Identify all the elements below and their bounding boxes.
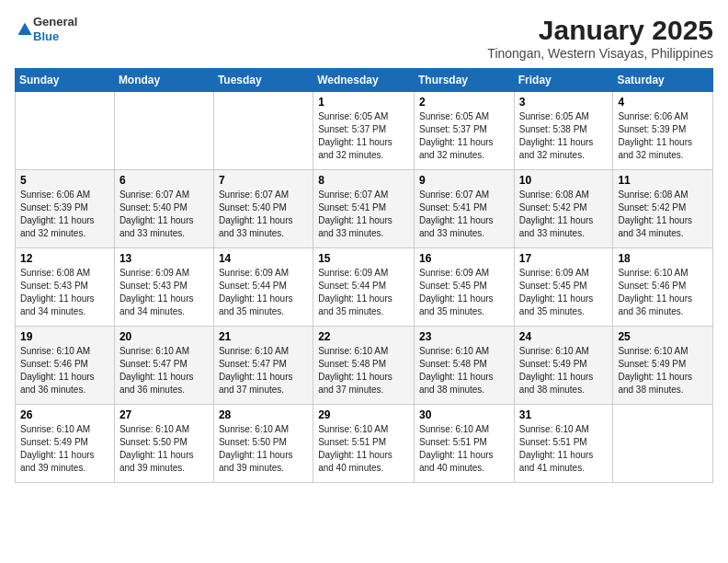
day-number: 23 (419, 330, 509, 343)
day-number: 21 (219, 330, 308, 343)
calendar-header-row: SundayMondayTuesdayWednesdayThursdayFrid… (16, 69, 713, 92)
calendar-cell: 22Sunrise: 6:10 AM Sunset: 5:48 PM Dayli… (313, 327, 415, 405)
day-number: 25 (618, 330, 708, 343)
calendar-cell: 16Sunrise: 6:09 AM Sunset: 5:45 PM Dayli… (414, 248, 514, 327)
calendar-cell: 21Sunrise: 6:10 AM Sunset: 5:47 PM Dayli… (213, 327, 313, 405)
calendar-cell: 10Sunrise: 6:08 AM Sunset: 5:42 PM Dayli… (514, 170, 613, 248)
calendar-cell: 20Sunrise: 6:10 AM Sunset: 5:47 PM Dayli… (114, 327, 213, 405)
day-number: 18 (618, 252, 708, 265)
calendar-cell: 7Sunrise: 6:07 AM Sunset: 5:40 PM Daylig… (213, 170, 313, 248)
day-info: Sunrise: 6:10 AM Sunset: 5:46 PM Dayligh… (618, 267, 708, 318)
calendar-week-row: 12Sunrise: 6:08 AM Sunset: 5:43 PM Dayli… (16, 248, 713, 327)
day-number: 31 (519, 408, 609, 421)
day-info: Sunrise: 6:09 AM Sunset: 5:45 PM Dayligh… (519, 267, 609, 318)
logo: General Blue (15, 15, 77, 43)
day-number: 15 (318, 252, 409, 265)
calendar-cell (114, 92, 213, 170)
calendar-cell: 14Sunrise: 6:09 AM Sunset: 5:44 PM Dayli… (213, 248, 313, 327)
day-info: Sunrise: 6:08 AM Sunset: 5:42 PM Dayligh… (618, 189, 708, 240)
day-info: Sunrise: 6:08 AM Sunset: 5:43 PM Dayligh… (20, 267, 109, 318)
calendar-cell: 19Sunrise: 6:10 AM Sunset: 5:46 PM Dayli… (16, 327, 115, 405)
calendar-cell: 26Sunrise: 6:10 AM Sunset: 5:49 PM Dayli… (16, 405, 115, 483)
day-number: 29 (318, 408, 409, 421)
day-info: Sunrise: 6:10 AM Sunset: 5:47 PM Dayligh… (119, 345, 209, 396)
day-number: 20 (119, 330, 209, 343)
logo-blue: Blue (33, 29, 77, 44)
day-number: 7 (219, 174, 308, 187)
title-area: January 2025 Tinongan, Western Visayas, … (487, 15, 713, 61)
day-number: 8 (318, 174, 409, 187)
day-info: Sunrise: 6:10 AM Sunset: 5:49 PM Dayligh… (20, 423, 109, 475)
calendar-cell: 5Sunrise: 6:06 AM Sunset: 5:39 PM Daylig… (16, 170, 115, 248)
day-number: 3 (519, 96, 609, 109)
calendar-cell: 11Sunrise: 6:08 AM Sunset: 5:42 PM Dayli… (613, 170, 713, 248)
calendar-week-row: 5Sunrise: 6:06 AM Sunset: 5:39 PM Daylig… (16, 170, 713, 248)
calendar-cell: 28Sunrise: 6:10 AM Sunset: 5:50 PM Dayli… (213, 405, 313, 483)
calendar-cell: 13Sunrise: 6:09 AM Sunset: 5:43 PM Dayli… (114, 248, 213, 327)
day-info: Sunrise: 6:09 AM Sunset: 5:43 PM Dayligh… (119, 267, 209, 318)
day-info: Sunrise: 6:07 AM Sunset: 5:41 PM Dayligh… (419, 189, 509, 240)
calendar-cell: 24Sunrise: 6:10 AM Sunset: 5:49 PM Dayli… (514, 327, 613, 405)
calendar-week-row: 1Sunrise: 6:05 AM Sunset: 5:37 PM Daylig… (16, 92, 713, 170)
calendar-cell: 6Sunrise: 6:07 AM Sunset: 5:40 PM Daylig… (114, 170, 213, 248)
day-info: Sunrise: 6:10 AM Sunset: 5:51 PM Dayligh… (519, 423, 609, 475)
day-number: 17 (519, 252, 609, 265)
day-info: Sunrise: 6:05 AM Sunset: 5:37 PM Dayligh… (318, 110, 409, 162)
calendar-cell: 9Sunrise: 6:07 AM Sunset: 5:41 PM Daylig… (414, 170, 514, 248)
day-number: 26 (20, 408, 109, 421)
calendar-cell: 27Sunrise: 6:10 AM Sunset: 5:50 PM Dayli… (114, 405, 213, 483)
day-info: Sunrise: 6:09 AM Sunset: 5:44 PM Dayligh… (219, 267, 308, 318)
day-info: Sunrise: 6:07 AM Sunset: 5:40 PM Dayligh… (219, 189, 308, 240)
month-title: January 2025 (487, 15, 713, 46)
day-number: 11 (618, 174, 708, 187)
calendar-cell: 12Sunrise: 6:08 AM Sunset: 5:43 PM Dayli… (16, 248, 115, 327)
day-info: Sunrise: 6:10 AM Sunset: 5:47 PM Dayligh… (219, 345, 308, 396)
day-info: Sunrise: 6:06 AM Sunset: 5:39 PM Dayligh… (618, 110, 708, 162)
calendar-week-row: 26Sunrise: 6:10 AM Sunset: 5:49 PM Dayli… (16, 405, 713, 483)
calendar-cell (613, 405, 713, 483)
day-number: 22 (318, 330, 409, 343)
day-number: 19 (20, 330, 109, 343)
day-number: 5 (20, 174, 109, 187)
day-number: 27 (119, 408, 209, 421)
day-info: Sunrise: 6:10 AM Sunset: 5:48 PM Dayligh… (419, 345, 509, 396)
day-info: Sunrise: 6:05 AM Sunset: 5:37 PM Dayligh… (419, 110, 509, 162)
logo-text: General Blue (33, 15, 77, 43)
day-number: 16 (419, 252, 509, 265)
day-info: Sunrise: 6:10 AM Sunset: 5:51 PM Dayligh… (318, 423, 409, 475)
calendar-cell: 30Sunrise: 6:10 AM Sunset: 5:51 PM Dayli… (414, 405, 514, 483)
calendar-cell: 25Sunrise: 6:10 AM Sunset: 5:49 PM Dayli… (613, 327, 713, 405)
day-info: Sunrise: 6:09 AM Sunset: 5:44 PM Dayligh… (318, 267, 409, 318)
day-info: Sunrise: 6:10 AM Sunset: 5:49 PM Dayligh… (618, 345, 708, 396)
page-header: General Blue January 2025 Tinongan, West… (15, 15, 713, 61)
day-info: Sunrise: 6:08 AM Sunset: 5:42 PM Dayligh… (519, 189, 609, 240)
calendar-cell: 31Sunrise: 6:10 AM Sunset: 5:51 PM Dayli… (514, 405, 613, 483)
calendar-table: SundayMondayTuesdayWednesdayThursdayFrid… (15, 68, 713, 483)
day-number: 30 (419, 408, 509, 421)
location-title: Tinongan, Western Visayas, Philippines (487, 46, 713, 61)
day-number: 10 (519, 174, 609, 187)
day-number: 12 (20, 252, 109, 265)
day-info: Sunrise: 6:10 AM Sunset: 5:48 PM Dayligh… (318, 345, 409, 396)
calendar-cell: 4Sunrise: 6:06 AM Sunset: 5:39 PM Daylig… (613, 92, 713, 170)
day-info: Sunrise: 6:10 AM Sunset: 5:49 PM Dayligh… (519, 345, 609, 396)
logo-general: General (33, 15, 77, 29)
calendar-cell (16, 92, 115, 170)
calendar-day-header: Sunday (16, 69, 115, 92)
day-number: 24 (519, 330, 609, 343)
calendar-cell: 2Sunrise: 6:05 AM Sunset: 5:37 PM Daylig… (414, 92, 514, 170)
calendar-cell: 8Sunrise: 6:07 AM Sunset: 5:41 PM Daylig… (313, 170, 415, 248)
calendar-cell (213, 92, 313, 170)
calendar-day-header: Wednesday (313, 69, 415, 92)
calendar-cell: 29Sunrise: 6:10 AM Sunset: 5:51 PM Dayli… (313, 405, 415, 483)
day-number: 13 (119, 252, 209, 265)
day-info: Sunrise: 6:06 AM Sunset: 5:39 PM Dayligh… (20, 189, 109, 240)
day-info: Sunrise: 6:10 AM Sunset: 5:50 PM Dayligh… (219, 423, 308, 475)
calendar-cell: 18Sunrise: 6:10 AM Sunset: 5:46 PM Dayli… (613, 248, 713, 327)
calendar-day-header: Friday (514, 69, 613, 92)
day-info: Sunrise: 6:10 AM Sunset: 5:50 PM Dayligh… (119, 423, 209, 475)
calendar-day-header: Thursday (414, 69, 514, 92)
day-number: 4 (618, 96, 708, 109)
day-number: 14 (219, 252, 308, 265)
day-info: Sunrise: 6:07 AM Sunset: 5:41 PM Dayligh… (318, 189, 409, 240)
